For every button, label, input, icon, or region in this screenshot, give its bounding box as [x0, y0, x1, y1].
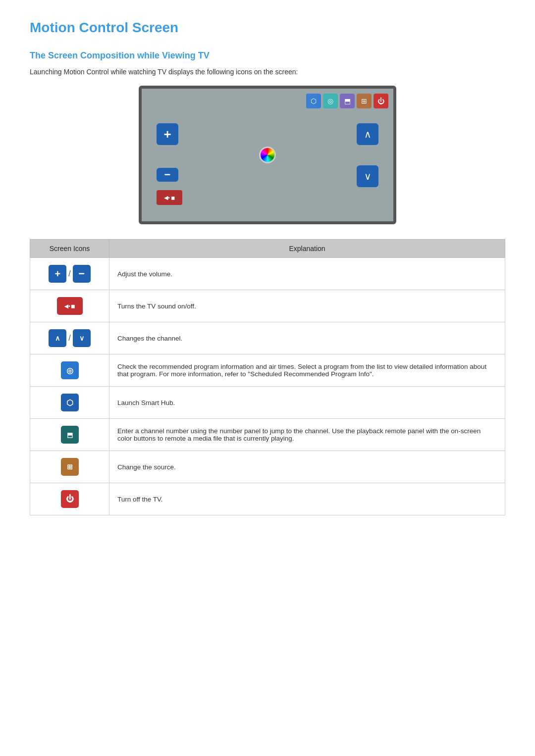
icon-cell-power: ⏻ — [30, 483, 109, 515]
power-icon: ⏻ — [61, 490, 79, 508]
icon-cell-recommend: ◎ — [30, 354, 109, 387]
icon-table: Screen Icons Explanation + / − Adjust th… — [30, 239, 505, 515]
explanation-power: Turn off the TV. — [109, 483, 505, 515]
channel-icon-group: ∧ / ∨ — [49, 329, 90, 347]
numpad-icon: ⬒ — [61, 426, 79, 444]
slash-separator: / — [68, 269, 70, 278]
icon-cell-smarthub: ⬡ — [30, 387, 109, 419]
tv-source-icon: ⊞ — [357, 94, 372, 108]
col-header-icons: Screen Icons — [30, 240, 109, 258]
mute-icon: ◀• ◼ — [57, 297, 83, 315]
explanation-source: Change the source. — [109, 451, 505, 483]
icon-cell-channel: ∧ / ∨ — [30, 322, 109, 354]
slash-separator: / — [68, 334, 70, 343]
icon-cell-source: ⊞ — [30, 451, 109, 483]
table-row: ⬒ Enter a channel number using the numbe… — [30, 419, 505, 451]
tv-numpad-icon: ⬒ — [340, 94, 355, 108]
tv-recommend-icon: ◎ — [323, 94, 338, 108]
page-title: Motion Control Screen — [30, 20, 505, 36]
intro-text: Launching Motion Control while watching … — [30, 68, 505, 76]
explanation-channel: Changes the channel. — [109, 322, 505, 354]
tv-screen-wrapper: ⬡ ◎ ⬒ ⊞ ⏻ + − ◀• ◼ ∧ ∨ — [30, 86, 505, 224]
source-icon: ⊞ — [61, 458, 79, 476]
icon-cell-numpad: ⬒ — [30, 419, 109, 451]
vol-plus-icon: + — [49, 265, 66, 283]
tv-vol-minus-icon: − — [157, 168, 178, 182]
explanation-smarthub: Launch Smart Hub. — [109, 387, 505, 419]
vol-minus-icon: − — [73, 265, 91, 283]
table-row: ⊞ Change the source. — [30, 451, 505, 483]
table-row: ◀• ◼ Turns the TV sound on/off. — [30, 290, 505, 322]
smarthub-icon: ⬡ — [61, 394, 79, 411]
col-header-explanation: Explanation — [109, 240, 505, 258]
table-row: + / − Adjust the volume. — [30, 258, 505, 290]
table-row: ◎ Check the recommended program informat… — [30, 354, 505, 387]
explanation-vol: Adjust the volume. — [109, 258, 505, 290]
table-row: ⏻ Turn off the TV. — [30, 483, 505, 515]
icon-cell-mute: ◀• ◼ — [30, 290, 109, 322]
recommend-icon: ◎ — [61, 361, 79, 379]
ch-down-icon: ∨ — [73, 329, 91, 347]
tv-ch-down-icon: ∨ — [357, 165, 378, 187]
tv-mute-icon: ◀• ◼ — [157, 190, 182, 205]
ch-up-icon: ∧ — [49, 329, 66, 347]
tv-screen: ⬡ ◎ ⬒ ⊞ ⏻ + − ◀• ◼ ∧ ∨ — [139, 86, 396, 224]
table-row: ⬡ Launch Smart Hub. — [30, 387, 505, 419]
tv-ch-up-icon: ∧ — [357, 123, 378, 145]
explanation-recommend: Check the recommended program informatio… — [109, 354, 505, 387]
explanation-mute: Turns the TV sound on/off. — [109, 290, 505, 322]
explanation-numpad: Enter a channel number using the number … — [109, 419, 505, 451]
tv-smarthub-icon: ⬡ — [306, 94, 321, 108]
tv-top-icons: ⬡ ◎ ⬒ ⊞ ⏻ — [306, 94, 388, 108]
section-title: The Screen Composition while Viewing TV — [30, 50, 505, 61]
vol-icon-group: + / − — [49, 265, 90, 283]
tv-power-icon: ⏻ — [374, 94, 388, 108]
tv-vol-plus-icon: + — [157, 123, 178, 145]
table-row: ∧ / ∨ Changes the channel. — [30, 322, 505, 354]
icon-cell-vol: + / − — [30, 258, 109, 290]
tv-motion-cursor — [259, 147, 276, 163]
